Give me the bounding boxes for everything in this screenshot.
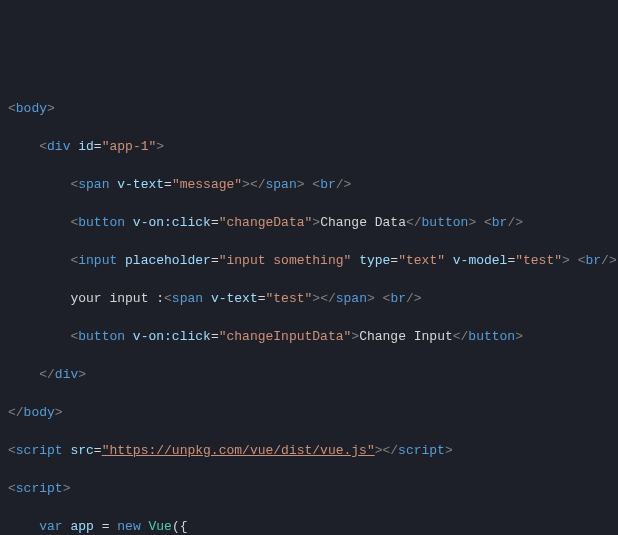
tag-br: br (320, 177, 336, 192)
attr-placeholder: placeholder (125, 253, 211, 268)
val-id: "app-1" (102, 139, 157, 154)
attr-vmodel: v-model (453, 253, 508, 268)
code-line: <div id="app-1"> (8, 137, 618, 156)
code-line: <script> (8, 479, 618, 498)
attr-vonclick: v-on:click (133, 215, 211, 230)
tag-button: button (78, 215, 125, 230)
tag-script: script (16, 443, 63, 458)
val-placeholder: "input something" (219, 253, 352, 268)
tag-div: div (47, 139, 70, 154)
val-changedata: "changeData" (219, 215, 313, 230)
val-vtext-msg: "message" (172, 177, 242, 192)
code-line: var app = new Vue({ (8, 517, 618, 535)
tag-span: span (78, 177, 109, 192)
kw-var: var (39, 519, 62, 534)
text-change-input: Change Input (359, 329, 453, 344)
var-app: app (70, 519, 93, 534)
val-changeinputdata: "changeInputData" (219, 329, 352, 344)
code-line: <script src="https://unpkg.com/vue/dist/… (8, 441, 618, 460)
text-change-data: Change Data (320, 215, 406, 230)
code-line: your input :<span v-text="test"></span> … (8, 289, 618, 308)
code-editor: <body> <div id="app-1"> <span v-text="me… (8, 80, 618, 535)
class-vue: Vue (149, 519, 172, 534)
attr-type: type (359, 253, 390, 268)
val-vmodel: "test" (515, 253, 562, 268)
code-line: </body> (8, 403, 618, 422)
code-line: <button v-on:click="changeInputData">Cha… (8, 327, 618, 346)
attr-id: id (78, 139, 94, 154)
text-your-input: your input : (70, 291, 164, 306)
code-line: <input placeholder="input something" typ… (8, 251, 618, 270)
val-type: "text" (398, 253, 445, 268)
attr-vtext: v-text (117, 177, 164, 192)
attr-src: src (70, 443, 93, 458)
tag-body: body (16, 101, 47, 116)
tag-input: input (78, 253, 117, 268)
val-vtext-test: "test" (266, 291, 313, 306)
code-line: <body> (8, 99, 618, 118)
code-line: </div> (8, 365, 618, 384)
code-line: <button v-on:click="changeData">Change D… (8, 213, 618, 232)
code-line: <span v-text="message"></span> <br/> (8, 175, 618, 194)
kw-new: new (117, 519, 140, 534)
val-src-url: "https://unpkg.com/vue/dist/vue.js" (102, 443, 375, 458)
